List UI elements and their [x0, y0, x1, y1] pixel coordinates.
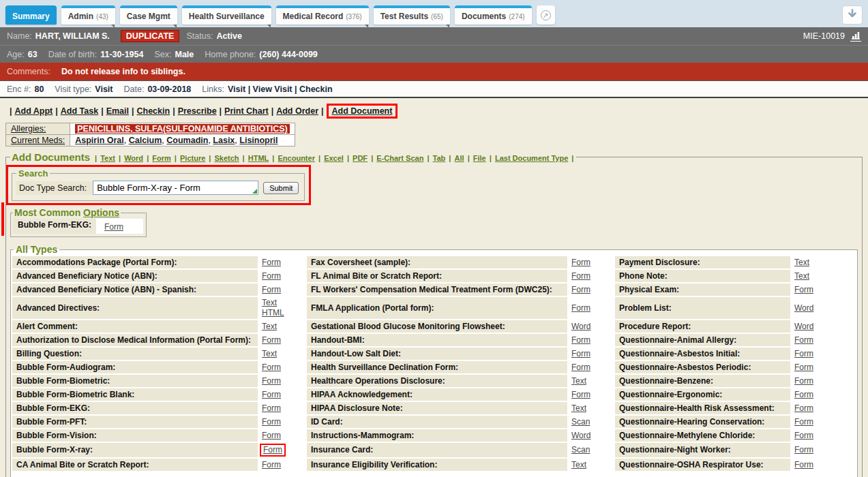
doc-link-bubble-form-biometric-form[interactable]: Form — [262, 376, 281, 386]
doc-link-ca-animal-bite-or-scratch-report-form[interactable]: Form — [262, 460, 281, 470]
action-link-add-order[interactable]: Add Order — [276, 106, 318, 116]
doc-link-problem-list-word[interactable]: Word — [794, 303, 813, 313]
doc-link-questionnaire-benzene-form[interactable]: Form — [794, 376, 813, 386]
documents-external-button[interactable]: ↗ — [537, 5, 555, 25]
doc-link-bubble-form-pft-form[interactable]: Form — [262, 417, 281, 427]
doc-type-search-input[interactable] — [93, 181, 258, 195]
allergy-value-link[interactable]: PENICILLINS, SULFA(SULFONAMIDE ANTIBIOTI… — [75, 124, 290, 134]
add-doc-link-sketch[interactable]: Sketch — [214, 154, 239, 162]
action-link-email[interactable]: Email — [106, 106, 129, 116]
tab-health-surveillance[interactable]: Health Surveillance — [182, 5, 271, 25]
doc-link-questionnaire-hearing-conservation-form[interactable]: Form — [794, 417, 813, 427]
doc-link-bubble-form-x-ray-form[interactable]: Form — [260, 444, 286, 457]
add-doc-link-text[interactable]: Text — [100, 154, 115, 162]
collapse-header-button[interactable] — [842, 5, 863, 25]
add-doc-link-picture[interactable]: Picture — [180, 154, 205, 162]
doc-link-fl-workers-compensation-medical-treatment-form-dwc25-form[interactable]: Form — [571, 285, 590, 295]
action-link-add-document[interactable]: Add Document — [332, 106, 393, 116]
med-link-lisinopril[interactable]: Lisinopril — [239, 136, 278, 145]
doc-link-accommodations-package-portal-form-form[interactable]: Form — [262, 258, 281, 268]
current-meds-label-link[interactable]: Current Meds: — [11, 136, 65, 145]
tab-admin[interactable]: Admin(43) — [61, 5, 115, 25]
doc-link-health-surveillance-declination-form-form[interactable]: Form — [571, 363, 590, 373]
tab-documents[interactable]: Documents(274) — [455, 5, 532, 25]
med-link-aspirin-oral[interactable]: Aspirin Oral — [75, 136, 124, 145]
add-doc-link-e-chart-scan[interactable]: E-Chart Scan — [376, 154, 423, 162]
med-link-lasix[interactable]: Lasix — [213, 136, 235, 145]
action-link-print-chart[interactable]: Print Chart — [224, 106, 269, 116]
doc-link-bubble-form-audiogram-form[interactable]: Form — [262, 363, 281, 373]
tab-dropdown-corner-icon[interactable] — [173, 25, 177, 28]
doc-link-handout-low-salt-diet-form[interactable]: Form — [571, 349, 590, 359]
doc-link-fax-coversheet-sample-form[interactable]: Form — [571, 258, 590, 268]
add-doc-link-form[interactable]: Form — [152, 154, 171, 162]
doc-link-healthcare-operations-disclosure-text[interactable]: Text — [571, 376, 586, 386]
doc-link-advanced-directives-html[interactable]: HTML — [262, 308, 284, 318]
encounter-link-visit[interactable]: Visit — [228, 84, 245, 94]
add-doc-link-file[interactable]: File — [473, 154, 486, 162]
add-doc-link-last-document-type[interactable]: Last Document Type — [495, 154, 568, 162]
add-doc-link-html[interactable]: HTML — [248, 154, 269, 162]
doc-link-gestational-blood-glucose-monitoring-flowsheet-word[interactable]: Word — [571, 322, 590, 332]
tab-dropdown-corner-icon[interactable] — [267, 25, 271, 28]
duplicate-badge[interactable]: DUPLICATE — [121, 30, 180, 42]
doc-link-questionnaire-osha-respirator-use-form[interactable]: Form — [794, 460, 813, 470]
tab-case-mgmt[interactable]: Case Mgmt — [120, 5, 177, 25]
doc-link-hipaa-disclosure-note-text[interactable]: Text — [571, 403, 586, 414]
doc-link-questionnaire-asbestos-periodic-form[interactable]: Form — [794, 363, 813, 373]
doc-link-fl-animal-bite-or-scratch-report-form[interactable]: Form — [571, 271, 590, 281]
bar-chart-icon[interactable] — [850, 31, 861, 42]
doc-link-insurance-eligibility-verification-text[interactable]: Text — [571, 460, 586, 470]
med-link-coumadin[interactable]: Coumadin — [166, 136, 208, 145]
add-doc-link-excel[interactable]: Excel — [324, 154, 344, 162]
allergies-label-link[interactable]: Allergies: — [11, 124, 46, 134]
doc-link-alert-comment-text[interactable]: Text — [262, 322, 277, 332]
doc-link-hipaa-acknowledgement-form[interactable]: Form — [571, 390, 590, 400]
action-link-add-task[interactable]: Add Task — [61, 106, 98, 116]
doc-link-questionnaire-methylene-chloride-form[interactable]: Form — [794, 431, 813, 441]
doc-link-handout-bmi-form[interactable]: Form — [571, 335, 590, 345]
doc-link-instructions-mammogram-word[interactable]: Word — [571, 431, 590, 441]
action-link-prescribe[interactable]: Prescribe — [178, 106, 217, 116]
doc-link-advanced-beneficiary-notice-abn-form[interactable]: Form — [262, 271, 281, 281]
doc-link-procedure-report-word[interactable]: Word — [794, 322, 813, 332]
med-link-calcium[interactable]: Calcium — [129, 136, 162, 145]
submit-button[interactable]: Submit — [263, 182, 299, 194]
doc-type-links: Form — [792, 334, 831, 346]
doc-link-fmla-application-portal-form-form[interactable]: Form — [571, 303, 590, 313]
doc-link-insurance-card-scan[interactable]: Scan — [571, 445, 590, 455]
doc-link-phone-note-text[interactable]: Text — [794, 271, 809, 281]
doc-link-questionnaire-health-risk-assessment-form[interactable]: Form — [794, 403, 813, 414]
tab-test-results[interactable]: Test Results(65) — [374, 5, 450, 25]
doc-link-questionnaire-ergonomic-form[interactable]: Form — [794, 390, 813, 400]
tab-dropdown-corner-icon[interactable] — [111, 25, 115, 28]
add-doc-link-tab[interactable]: Tab — [433, 154, 446, 162]
doc-link-questionnaire-asbestos-initial-form[interactable]: Form — [794, 349, 813, 359]
add-doc-link-word[interactable]: Word — [124, 154, 143, 162]
add-doc-link-pdf[interactable]: PDF — [353, 154, 368, 162]
action-link-add-appt[interactable]: Add Appt — [15, 106, 53, 116]
doc-link-advanced-beneficiary-notice-abn-spanish-form[interactable]: Form — [262, 285, 281, 295]
doc-link-questionnaire-animal-allergy-form[interactable]: Form — [794, 335, 813, 345]
doc-link-authorization-to-disclose-medical-information-portal-form-form[interactable]: Form — [262, 335, 281, 345]
doc-link-bubble-form-ekg-form[interactable]: Form — [262, 403, 281, 414]
doc-link-advanced-directives-text[interactable]: Text — [262, 298, 277, 308]
doc-link-id-card-scan[interactable]: Scan — [571, 417, 590, 427]
doc-link-physical-exam-form[interactable]: Form — [794, 285, 813, 295]
doc-link-form[interactable]: Form — [104, 222, 123, 232]
doc-link-payment-disclosure-text[interactable]: Text — [794, 258, 809, 268]
encounter-link-view-visit[interactable]: View Visit — [253, 84, 293, 94]
add-doc-link-all[interactable]: All — [455, 154, 464, 162]
tab-dropdown-corner-icon[interactable] — [365, 25, 368, 28]
tab-dropdown-corner-icon[interactable] — [446, 25, 449, 28]
doc-link-bubble-form-vision-form[interactable]: Form — [262, 431, 281, 441]
doc-link-bubble-form-biometric-blank-form[interactable]: Form — [262, 390, 281, 400]
doc-link-billing-question-text[interactable]: Text — [262, 349, 277, 359]
add-doc-link-encounter[interactable]: Encounter — [278, 154, 315, 162]
encounter-link-checkin[interactable]: Checkin — [299, 84, 333, 94]
action-link-checkin[interactable]: Checkin — [136, 106, 170, 116]
tab-summary[interactable]: Summary — [5, 5, 57, 25]
options-link[interactable]: Options — [83, 207, 119, 218]
doc-link-questionnaire-night-worker-form[interactable]: Form — [794, 445, 813, 455]
tab-medical-record[interactable]: Medical Record(376) — [276, 5, 369, 25]
